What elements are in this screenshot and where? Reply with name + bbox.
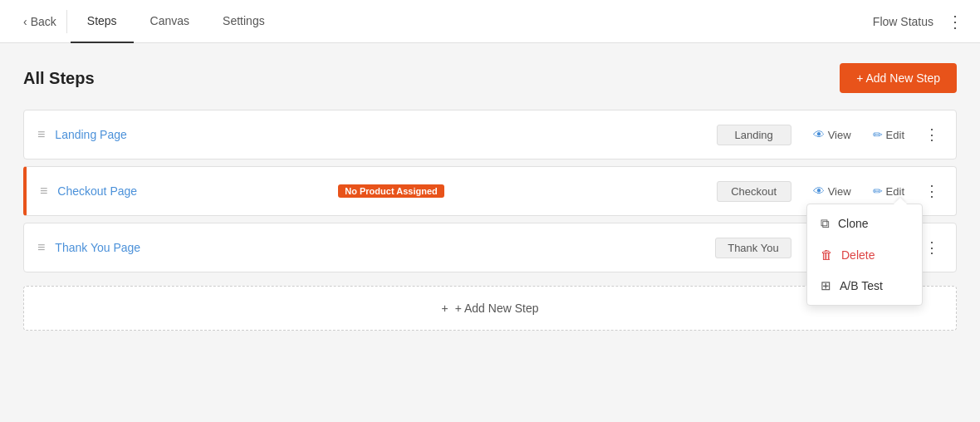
tab-canvas[interactable]: Canvas (134, 0, 206, 43)
more-button-thankyou[interactable]: ⋮ (921, 235, 943, 260)
back-chevron-icon: ‹ (23, 15, 27, 28)
dropdown-delete[interactable]: 🗑 Delete (807, 239, 922, 270)
drag-handle-landing[interactable]: ≡ (37, 127, 45, 142)
nav-more-icon[interactable]: ⋮ (943, 8, 967, 35)
step-actions-checkout: 👁 View ✏ Edit ⋮ (808, 179, 943, 204)
top-nav: ‹ Back Steps Canvas Settings Flow Status… (0, 0, 980, 43)
edit-icon-landing: ✏ (873, 128, 883, 141)
main-content: All Steps + Add New Step ≡ Landing Page … (0, 43, 980, 351)
dropdown-clone[interactable]: ⧉ Clone (807, 208, 922, 239)
page-header: All Steps + Add New Step (23, 63, 957, 93)
nav-right: Flow Status ⋮ (873, 8, 967, 35)
step-name-checkout[interactable]: Checkout Page (57, 184, 330, 198)
tab-steps[interactable]: Steps (71, 0, 134, 43)
steps-list: ≡ Landing Page Landing 👁 View ✏ Edit ⋮ ≡… (23, 110, 957, 279)
edit-button-landing[interactable]: ✏ Edit (868, 125, 909, 145)
view-icon-checkout: 👁 (813, 184, 825, 198)
back-button[interactable]: ‹ Back (13, 10, 67, 33)
page-title: All Steps (23, 69, 95, 88)
step-row-checkout: ≡ Checkout Page No Product Assigned Chec… (23, 166, 957, 216)
dropdown-ab-test[interactable]: ⊞ A/B Test (807, 270, 922, 302)
clone-icon: ⧉ (821, 216, 830, 231)
more-button-checkout[interactable]: ⋮ (921, 179, 943, 204)
step-actions-landing: 👁 View ✏ Edit ⋮ (808, 122, 943, 147)
warning-badge-checkout: No Product Assigned (338, 184, 443, 198)
step-row-landing: ≡ Landing Page Landing 👁 View ✏ Edit ⋮ (23, 110, 957, 159)
ab-test-icon: ⊞ (821, 278, 831, 293)
flow-status-label: Flow Status (873, 15, 933, 28)
step-type-badge-thankyou: Thank You (715, 238, 791, 258)
more-button-landing[interactable]: ⋮ (921, 122, 943, 147)
drag-handle-checkout[interactable]: ≡ (40, 184, 47, 199)
step-type-badge-checkout: Checkout (717, 181, 791, 202)
view-button-checkout[interactable]: 👁 View (808, 181, 856, 201)
drag-handle-thankyou[interactable]: ≡ (37, 240, 45, 255)
plus-icon-bottom: + (442, 302, 448, 315)
delete-icon: 🗑 (821, 248, 833, 262)
view-button-landing[interactable]: 👁 View (808, 125, 856, 145)
step-name-landing[interactable]: Landing Page (55, 128, 716, 141)
add-step-bottom-label: + Add New Step (455, 302, 539, 315)
back-label: Back (31, 15, 56, 28)
view-icon-landing: 👁 (813, 128, 825, 141)
dropdown-arrow (894, 198, 907, 204)
edit-icon-checkout: ✏ (873, 184, 883, 198)
dropdown-menu-checkout: ⧉ Clone 🗑 Delete ⊞ A/B Test (806, 204, 923, 306)
step-name-thankyou[interactable]: Thank You Page (55, 241, 715, 254)
tab-settings[interactable]: Settings (206, 0, 282, 43)
add-new-step-button[interactable]: + Add New Step (840, 63, 957, 93)
step-type-badge-landing: Landing (717, 125, 791, 145)
nav-tabs: Steps Canvas Settings (71, 0, 282, 43)
